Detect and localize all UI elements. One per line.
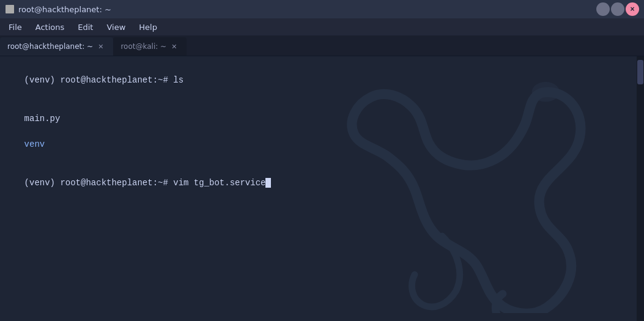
menu-item-help[interactable]: Help [133, 21, 163, 33]
menu-item-edit[interactable]: Edit [72, 21, 99, 33]
maximize-button[interactable] [611, 2, 624, 16]
title-bar-controls: × [596, 2, 639, 16]
output-venv: venv [24, 139, 45, 149]
menu-item-file[interactable]: File [2, 21, 28, 33]
tab-kali-label: root@kali: ~ [120, 42, 166, 51]
menu-item-view[interactable]: View [100, 21, 131, 33]
terminal-line-3: (venv) root@hacktheplanet:~# vim tg_bot.… [4, 164, 640, 202]
output-main-py: main.py [24, 114, 61, 124]
svg-rect-2 [7, 12, 13, 13]
prompt-1: (venv) root@hacktheplanet:~# [24, 75, 174, 85]
menu-item-actions[interactable]: Actions [29, 21, 71, 33]
title-bar: root@hacktheplanet: ~ × [0, 0, 644, 18]
cmd-1: ls [173, 75, 183, 85]
svg-rect-1 [6, 6, 13, 11]
cmd-3: vim tg_bot.service [173, 178, 265, 188]
tab-hacktheplanet-close[interactable]: ✕ [97, 42, 105, 51]
tab-hacktheplanet-label: root@hacktheplanet: ~ [7, 42, 93, 51]
title-bar-title: root@hacktheplanet: ~ [18, 5, 111, 14]
terminal-line-1: (venv) root@hacktheplanet:~# ls [4, 61, 640, 100]
tab-kali-close[interactable]: ✕ [170, 42, 178, 51]
tabs-bar: root@hacktheplanet: ~ ✕ root@kali: ~ ✕ [0, 35, 644, 56]
scrollbar[interactable] [637, 56, 644, 321]
terminal-line-2: main.py venv [4, 100, 640, 164]
title-bar-left: root@hacktheplanet: ~ [5, 4, 111, 14]
output-space [24, 127, 35, 136]
terminal-cursor [265, 178, 271, 188]
minimize-button[interactable] [596, 2, 610, 16]
tab-hacktheplanet[interactable]: root@hacktheplanet: ~ ✕ [0, 37, 113, 56]
menu-bar: File Actions Edit View Help [0, 18, 644, 35]
terminal-area[interactable]: (venv) root@hacktheplanet:~# ls main.py … [0, 56, 644, 321]
terminal-icon [5, 4, 15, 14]
tab-kali[interactable]: root@kali: ~ ✕ [113, 37, 187, 56]
prompt-3: (venv) root@hacktheplanet:~# [24, 178, 174, 188]
close-button[interactable]: × [626, 2, 639, 16]
scrollbar-thumb[interactable] [637, 60, 643, 84]
